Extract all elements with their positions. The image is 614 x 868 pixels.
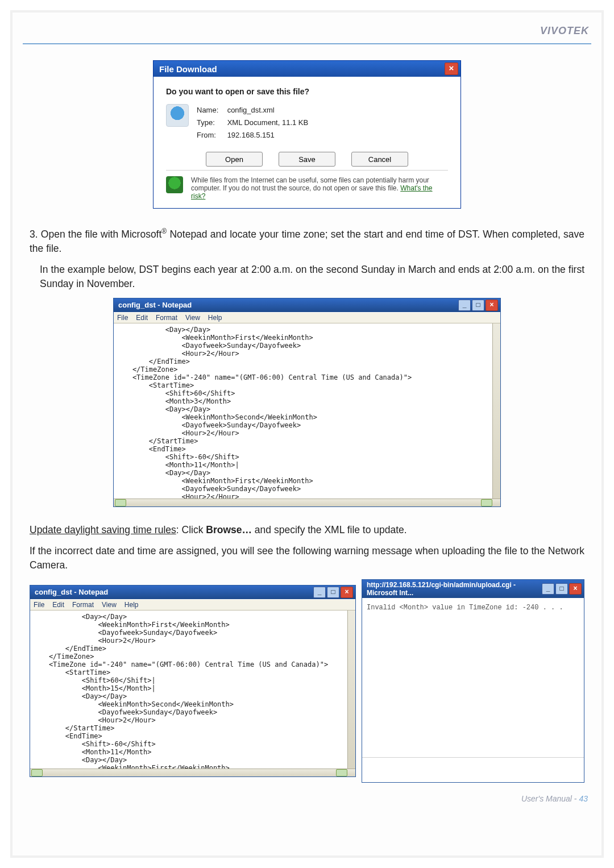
- cancel-button[interactable]: Cancel: [351, 152, 408, 167]
- menu-help[interactable]: Help: [208, 314, 222, 322]
- file-download-dialog: File Download × Do you want to open or s…: [153, 60, 461, 209]
- menu-format[interactable]: Format: [156, 314, 177, 322]
- notepad1-title: config_dst - Notepad: [118, 301, 192, 309]
- file-details: Name: config_dst.xml Type: XML Document,…: [197, 104, 308, 142]
- dialog-warning: While files from the Internet can be use…: [191, 176, 448, 200]
- close-icon[interactable]: ×: [445, 63, 458, 75]
- maximize-icon[interactable]: □: [472, 300, 484, 311]
- page-number: 43: [579, 794, 588, 803]
- minimize-icon[interactable]: _: [458, 300, 471, 311]
- update-paragraph: Update daylight saving time rules: Click…: [30, 523, 584, 537]
- scroll-thumb-right[interactable]: [481, 499, 492, 506]
- browser-warning-window: http://192.168.5.121/cgi-bin/admin/uploa…: [362, 579, 584, 783]
- menu-view[interactable]: View: [102, 601, 117, 609]
- dialog-question: Do you want to open or save this file?: [166, 87, 448, 96]
- ie-warning-message: Invalid <Month> value in TimeZone id: -2…: [367, 604, 579, 612]
- vertical-scrollbar[interactable]: [347, 610, 355, 769]
- ie-titlebar: http://192.168.5.121/cgi-bin/admin/uploa…: [362, 580, 584, 598]
- page-footer: User's Manual - 43: [23, 794, 591, 803]
- incorrect-paragraph: If the incorrect date and time are assig…: [30, 544, 584, 572]
- menu-file[interactable]: File: [34, 601, 44, 609]
- name-label: Name:: [197, 104, 225, 117]
- notepad-window-1: config_dst - Notepad _ □ × File Edit For…: [113, 298, 501, 507]
- scroll-thumb-left[interactable]: [115, 499, 126, 506]
- ie-title: http://192.168.5.121/cgi-bin/admin/uploa…: [367, 581, 542, 597]
- menu-edit[interactable]: Edit: [52, 601, 64, 609]
- notepad1-content[interactable]: <Day></Day> <WeekinMonth>First</WeekinMo…: [116, 326, 498, 499]
- example-paragraph: In the example below, DST begins each ye…: [30, 263, 584, 291]
- type-label: Type:: [197, 117, 225, 129]
- notepad1-menubar: File Edit Format View Help: [114, 312, 500, 323]
- vertical-scrollbar[interactable]: [492, 323, 500, 499]
- dialog-titlebar: File Download ×: [154, 61, 460, 77]
- file-icon: [166, 104, 189, 127]
- from-label: From:: [197, 129, 225, 142]
- horizontal-scrollbar[interactable]: [114, 499, 500, 506]
- from-value: 192.168.5.151: [227, 131, 275, 139]
- menu-view[interactable]: View: [185, 314, 200, 322]
- maximize-icon[interactable]: □: [327, 587, 339, 598]
- scroll-thumb-left[interactable]: [31, 769, 43, 776]
- notepad2-content[interactable]: <Day></Day> <WeekinMonth>First</WeekinMo…: [32, 613, 353, 769]
- open-button[interactable]: Open: [206, 152, 263, 167]
- maximize-icon[interactable]: □: [555, 583, 568, 595]
- save-button[interactable]: Save: [279, 152, 335, 167]
- notepad2-titlebar: config_dst - Notepad _ □ ×: [30, 585, 355, 599]
- notepad1-titlebar: config_dst - Notepad _ □ ×: [114, 298, 500, 312]
- dialog-title: File Download: [159, 64, 217, 74]
- notepad2-menubar: File Edit Format View Help: [30, 599, 355, 610]
- notepad-window-2: config_dst - Notepad _ □ × File Edit For…: [30, 585, 356, 777]
- minimize-icon[interactable]: _: [542, 583, 554, 595]
- close-icon[interactable]: ×: [341, 587, 353, 598]
- menu-help[interactable]: Help: [125, 601, 139, 609]
- brand-header: VIVOTEK: [23, 25, 591, 44]
- notepad2-title: config_dst - Notepad: [35, 588, 108, 596]
- step3-paragraph: 3. Open the file with Microsoft® Notepad…: [30, 225, 584, 256]
- menu-edit[interactable]: Edit: [136, 314, 148, 322]
- horizontal-scrollbar[interactable]: [30, 769, 355, 776]
- close-icon[interactable]: ×: [486, 300, 498, 311]
- scroll-thumb-right[interactable]: [336, 769, 347, 776]
- ie-body: Invalid <Month> value in TimeZone id: -2…: [362, 598, 584, 758]
- close-icon[interactable]: ×: [569, 583, 582, 595]
- name-value: config_dst.xml: [227, 106, 275, 114]
- shield-icon: [166, 176, 183, 193]
- menu-format[interactable]: Format: [72, 601, 94, 609]
- menu-file[interactable]: File: [117, 314, 128, 322]
- minimize-icon[interactable]: _: [313, 587, 326, 598]
- type-value: XML Document, 11.1 KB: [227, 118, 309, 127]
